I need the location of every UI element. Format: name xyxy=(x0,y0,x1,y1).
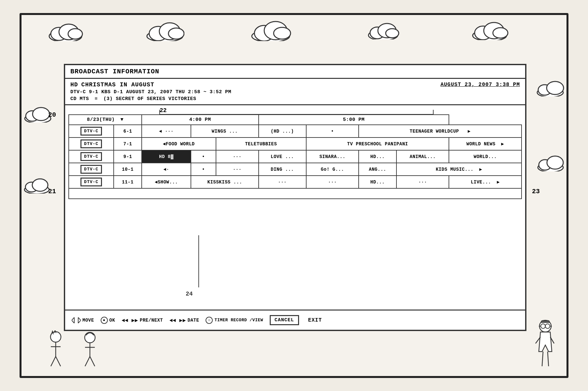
label-21: 21 xyxy=(48,188,56,195)
character-right xyxy=(531,319,560,373)
time2-header: 5:00 PM xyxy=(259,115,449,125)
pre-next-label: PRE/NEXT xyxy=(140,318,163,323)
network-cell: DTV-C xyxy=(69,138,114,150)
prog-cell[interactable]: WINGS ... xyxy=(191,125,258,138)
prog-cell[interactable]: ◄ ··· xyxy=(142,125,191,138)
move-label: MOVE xyxy=(82,318,94,323)
network-cell: DTV-C xyxy=(69,150,114,163)
table-row: DTV-C 10-1 ◄· • ··· DING ... Go! G... AN… xyxy=(69,163,522,176)
channel-btn-dtvc-7[interactable]: DTV-C xyxy=(80,139,102,148)
prog-cell[interactable]: TEENAGER WORLDCUP ▶ xyxy=(359,125,522,138)
prog-cell[interactable]: ANG... xyxy=(359,163,396,176)
channel-btn-dtvc-6[interactable]: DTV-C xyxy=(80,127,102,136)
network-cell: DTV-C xyxy=(69,163,114,176)
channel-btn-dtvc-9[interactable]: DTV-C xyxy=(80,152,102,161)
guide-grid: 8/23(THU) ▼ 4:00 PM 5:00 PM DTV-C 6-1 ◄ … xyxy=(68,114,522,199)
prog-cell-highlighted[interactable]: HD 8▓ xyxy=(142,150,191,163)
channel-info: DTV-C 9-1 KBS D-1 AUGUST 23, 2007 THU 2:… xyxy=(70,89,520,95)
pre-next-arrows: ◄◄ ▶▶ xyxy=(122,317,138,324)
channel-btn-dtvc-11[interactable]: DTV-C xyxy=(80,178,102,186)
info-section: HD CHRISTMAS IN AUGUST AUGUST 23, 2007 3… xyxy=(65,79,525,105)
cancel-button[interactable]: CANCEL xyxy=(270,315,299,325)
svg-line-49 xyxy=(542,352,543,366)
date-control: ◄◄ ▶▶ DATE xyxy=(169,317,199,324)
prog-cell[interactable]: ··· xyxy=(306,176,359,188)
cloud-1 xyxy=(48,22,83,43)
prog-cell[interactable]: LIVE... ▶ xyxy=(449,176,522,188)
broadcast-info-title: BROADCAST INFORMATION xyxy=(70,68,159,75)
prog-cell[interactable]: KIDS MUSIC... ▶ xyxy=(396,163,522,176)
ch-num-cell: 6-1 xyxy=(114,125,142,138)
move-icon xyxy=(72,317,81,323)
prog-cell[interactable]: HD... xyxy=(359,150,396,163)
cloud-4 xyxy=(367,22,399,41)
prog-cell[interactable]: Go! G... xyxy=(306,163,359,176)
network-cell: DTV-C xyxy=(69,125,114,138)
cloud-2 xyxy=(145,20,184,43)
prog-cell[interactable]: WORLD... xyxy=(449,150,522,163)
table-row: DTV-C 6-1 ◄ ··· WINGS ... (HD ...) • TEE… xyxy=(69,125,522,138)
prog-cell[interactable]: • xyxy=(191,150,216,163)
prog-cell[interactable]: SINARA... xyxy=(306,150,359,163)
prog-cell[interactable]: (HD ...) xyxy=(259,125,306,138)
svg-marker-56 xyxy=(72,317,74,323)
guide-header-row: 8/23(THU) ▼ 4:00 PM 5:00 PM xyxy=(69,115,522,125)
svg-point-31 xyxy=(547,156,563,169)
arrow-line-svg: 24 xyxy=(166,235,231,300)
ch-num-cell: 10-1 xyxy=(114,163,142,176)
label-23: 23 xyxy=(532,188,540,195)
table-row: DTV-C 9-1 HD 8▓ • ··· LOVE ... SINARA...… xyxy=(69,150,522,163)
svg-marker-57 xyxy=(78,317,81,323)
pre-next-control: ◄◄ ▶▶ PRE/NEXT xyxy=(122,317,163,324)
label-22: 22 xyxy=(160,107,167,114)
empty-cell xyxy=(69,188,522,199)
list-icon: ≡ xyxy=(95,96,98,102)
prog-cell[interactable]: TV PRESCHOOL PANIPANI xyxy=(306,138,449,150)
svg-line-41 xyxy=(90,356,95,366)
exit-label[interactable]: EXIT xyxy=(308,317,322,323)
svg-point-28 xyxy=(547,81,564,94)
info-row-1: HD CHRISTMAS IN AUGUST AUGUST 23, 2007 3… xyxy=(70,81,520,88)
label-20: 20 xyxy=(48,111,56,119)
prog-cell[interactable]: ◄SHOW... xyxy=(142,176,191,188)
prog-cell[interactable]: ··· xyxy=(216,163,259,176)
ch-num-cell: 11-1 xyxy=(114,176,142,188)
cloud-right-2 xyxy=(536,155,565,173)
cloud-right-1 xyxy=(536,80,565,98)
prog-cell[interactable]: ··· xyxy=(216,150,259,163)
episode-info: (3) SECRET OF SERIES VICTORIES xyxy=(104,96,196,102)
cloud-5 xyxy=(471,20,509,42)
ok-control: ● OK xyxy=(101,317,115,324)
ok-label: OK xyxy=(109,318,115,323)
svg-point-25 xyxy=(32,179,48,191)
svg-point-11 xyxy=(274,27,291,39)
svg-point-22 xyxy=(33,108,50,121)
prog-cell[interactable]: DING ... xyxy=(259,163,306,176)
table-row-empty xyxy=(69,188,522,199)
table-row: DTV-C 11-1 ◄SHOW... KISSKISS ... ··· ···… xyxy=(69,176,522,188)
prog-cell[interactable]: HD... xyxy=(359,176,396,188)
prog-cell[interactable]: LOVE ... xyxy=(259,150,306,163)
prog-cell[interactable]: WORLD NEWS ▶ xyxy=(449,138,522,150)
svg-point-7 xyxy=(168,28,184,39)
timer-circle-btn[interactable]: ○ xyxy=(206,317,213,324)
date-header: 8/23(THU) ▼ xyxy=(69,115,142,125)
prog-cell[interactable]: • xyxy=(191,163,216,176)
channel-btn-dtvc-10[interactable]: DTV-C xyxy=(80,165,102,174)
prog-cell[interactable]: ◄FOOD WORLD xyxy=(142,138,216,150)
svg-line-50 xyxy=(548,352,549,366)
prog-cell[interactable]: KISSKISS ... xyxy=(191,176,258,188)
prog-cell[interactable]: ◄· xyxy=(142,163,191,176)
table-row: DTV-C 7-1 ◄FOOD WORLD TELETUBBIES TV PRE… xyxy=(69,138,522,150)
prog-cell[interactable]: • xyxy=(306,125,359,138)
ui-panel: BROADCAST INFORMATION HD CHRISTMAS IN AU… xyxy=(64,64,526,331)
prog-cell[interactable]: ANIMAL... xyxy=(396,150,449,163)
prog-cell[interactable]: ··· xyxy=(259,176,306,188)
outer-frame: 20 21 23 BROADCAST INFORMATION HD CHRIST… xyxy=(20,13,568,378)
bottom-controls: MOVE ● OK ◄◄ ▶▶ PRE/NEXT ◄◄ ▶▶ DATE ○ TI… xyxy=(65,310,525,330)
prog-cell[interactable]: TELETUBBIES xyxy=(216,138,306,150)
prog-cell[interactable]: ··· xyxy=(396,176,449,188)
program-guide-table: 8/23(THU) ▼ 4:00 PM 5:00 PM DTV-C 6-1 ◄ … xyxy=(68,114,522,199)
time1-header: 4:00 PM xyxy=(142,115,259,125)
ok-circle-btn[interactable]: ● xyxy=(101,317,108,324)
